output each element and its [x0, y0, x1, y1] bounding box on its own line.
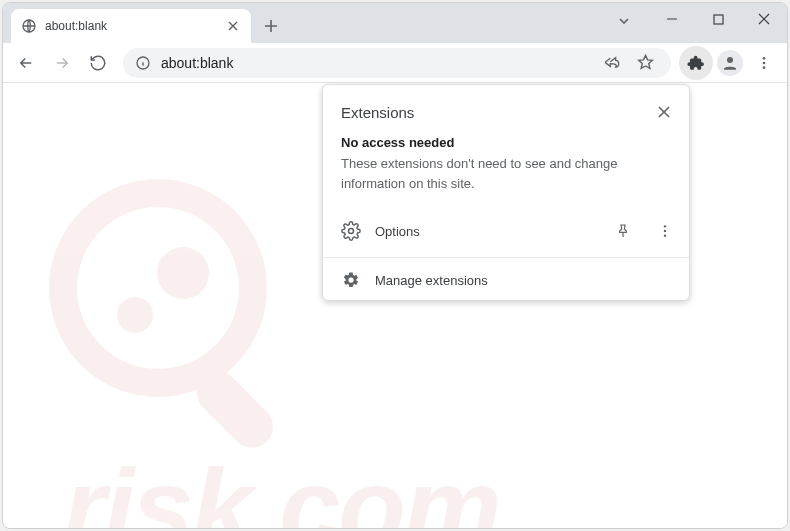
svg-point-5 [763, 61, 766, 64]
maximize-button[interactable] [695, 3, 741, 35]
svg-rect-1 [714, 15, 723, 24]
avatar-icon [717, 50, 743, 76]
watermark-text: risk.com [63, 443, 499, 529]
back-button[interactable] [9, 46, 43, 80]
svg-point-9 [117, 297, 153, 333]
gear-icon [341, 270, 361, 290]
new-tab-button[interactable] [257, 12, 285, 40]
share-icon[interactable] [599, 49, 627, 77]
extensions-popup: Extensions No access needed These extens… [322, 84, 690, 301]
svg-point-6 [763, 66, 766, 69]
window-controls [649, 3, 787, 35]
url-input[interactable] [161, 55, 589, 71]
gear-outline-icon [341, 221, 361, 241]
close-window-button[interactable] [741, 3, 787, 35]
svg-point-3 [727, 57, 733, 63]
popup-section-body: These extensions don't need to see and c… [341, 154, 671, 193]
svg-point-13 [664, 230, 666, 232]
browser-window: about:blank [2, 2, 788, 529]
pin-icon[interactable] [609, 217, 637, 245]
close-popup-button[interactable] [651, 99, 677, 125]
extension-item[interactable]: Options [323, 207, 689, 255]
extension-item-label: Options [375, 224, 595, 239]
globe-icon [21, 18, 37, 34]
chevron-down-icon[interactable] [611, 11, 637, 31]
svg-point-12 [664, 225, 666, 227]
browser-tab[interactable]: about:blank [11, 9, 251, 43]
minimize-button[interactable] [649, 3, 695, 35]
svg-rect-10 [188, 363, 281, 453]
profile-button[interactable] [713, 46, 747, 80]
manage-extensions-label: Manage extensions [375, 273, 679, 288]
svg-point-8 [157, 247, 209, 299]
site-info-icon[interactable] [135, 55, 151, 71]
svg-point-4 [763, 57, 766, 60]
svg-point-14 [664, 234, 666, 236]
menu-button[interactable] [747, 46, 781, 80]
manage-extensions-row[interactable]: Manage extensions [323, 260, 689, 300]
svg-point-7 [63, 193, 253, 383]
bookmark-star-icon[interactable] [631, 49, 659, 77]
reload-button[interactable] [81, 46, 115, 80]
tab-title: about:blank [45, 19, 217, 33]
extensions-button[interactable] [679, 46, 713, 80]
popup-title: Extensions [341, 104, 414, 121]
svg-point-11 [349, 229, 354, 234]
item-menu-icon[interactable] [651, 217, 679, 245]
address-bar[interactable] [123, 48, 671, 78]
titlebar: about:blank [3, 3, 787, 43]
popup-section-heading: No access needed [341, 135, 671, 150]
close-tab-icon[interactable] [225, 18, 241, 34]
toolbar [3, 43, 787, 83]
separator [323, 257, 689, 258]
forward-button[interactable] [45, 46, 79, 80]
